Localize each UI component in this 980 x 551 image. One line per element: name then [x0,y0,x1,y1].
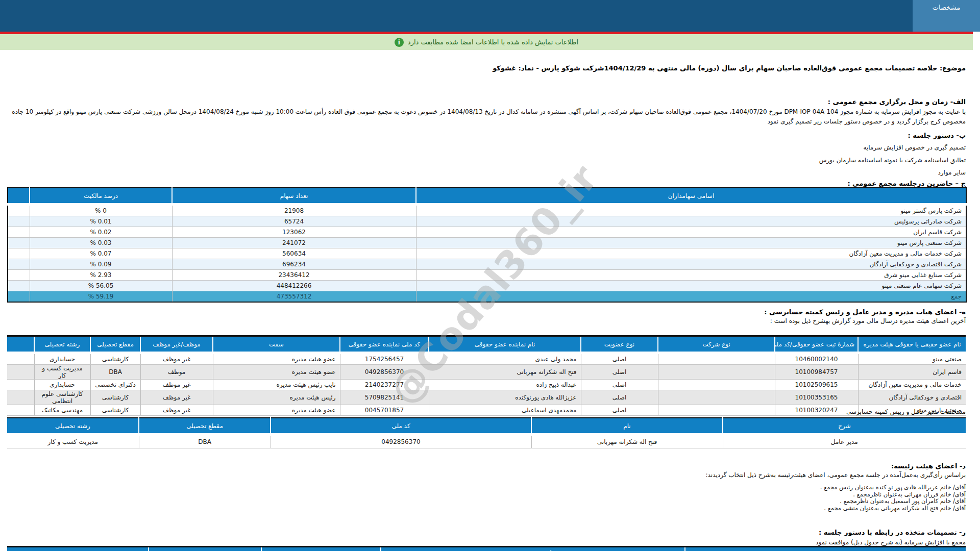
degree: کارشناسی [90,353,140,365]
field: کارشناسی علوم انتظامی [34,390,90,405]
top-navigation-bar [0,0,913,32]
tab-specifications[interactable]: مشخصات [913,0,980,32]
share-count: 696234 [172,259,416,270]
ownership-pct: % 0 [30,205,172,216]
subject-line: موضوع: خلاصه تصمیمات مجمع عمومی فوق‌العا… [7,64,966,72]
representative-id: 0492856370 [340,365,429,380]
table-row: شرکت سهامی عام صنعتی مینو448412266% 56.0… [8,281,966,291]
position: عضو هیئت مدیره [213,353,340,365]
codal-report-page: مشخصات اطلاعات نمایش داده شده با اطلاعات… [0,0,980,551]
ownership-pct: % 0.09 [30,259,172,270]
col-blank [7,336,34,353]
col-description: شرح [723,418,966,435]
table-row: اقتصادی و خودکفائی آزادگان10100353165اصل… [7,390,966,405]
table-row: شرکت پارس گستر مینو21908% 0 [8,205,966,216]
field: مدیریت کسب و کار [34,365,90,380]
share-count: 241072 [172,238,416,248]
section-d-intro: براساس رأی‌گیری به‌عمل‌آمده در جلسة مجمع… [7,471,966,479]
section-r-subtext: مجمع با افزایش سرمایه (به شرح جدول ذیل) … [7,539,966,546]
table-header-row: محل تأمین افزایش سرمایه [7,547,966,551]
section-r-heading: ر- تصمیمات متخذه در رابطه با دستور جلسه … [7,529,966,536]
shareholders-attendance-table: اسامی سهامداران تعداد سهام درصد مالکیت ش… [7,187,967,303]
section-e-heading: ه- اعضای هیات مدیره و مدیر عامل و رئیس ک… [7,308,966,316]
signature-match-text: اطلاعات نمایش داده شده با اطلاعات امضا ش… [408,38,578,46]
representative-id: 1754256457 [340,353,429,365]
ownership-pct: % 56.05 [30,281,172,291]
company-type [658,365,775,380]
field: حسابداری [34,353,90,365]
ceo-national-id: 0492856370 [271,435,531,448]
presidium-member: آقای/ خانم فتح اله شکرانه مهربانی به‌عنو… [7,505,966,512]
ceo-description: مدیر عامل [723,435,966,448]
table-row: مدیر عامل فتح اله شکرانه مهربانی 0492856… [7,435,966,448]
share-count: 21908 [172,205,416,216]
col-position: سمت [213,336,340,353]
representative-id: 5709825141 [340,390,429,405]
table-row: شرکت خدمات مالی و مدیریت معین آزادگان560… [8,248,966,259]
position: عضو هیئت مدیره [213,365,340,380]
section-a-body: با عنایت به مجوز افزایش سرمایه به شماره … [7,107,966,127]
reg-number: 10100353165 [775,390,858,405]
col-capital-5 [7,547,149,551]
col-blank [8,188,30,205]
share-count: 123062 [172,227,416,238]
info-icon[interactable]: i [395,38,404,47]
share-count: 65724 [172,216,416,227]
section-e-subtext: آخرین اعضای هیئت مدیره درسال مالی مورد گ… [7,317,966,324]
col-shareholder-names: اسامی سهامداران [416,188,966,205]
shareholder-name: شرکت صنعتی پارس مینو [416,238,966,248]
shareholder-name: شرکت صنایع غذایی مینو شرق [416,270,966,281]
table-row: شرکت صادراتی پرسوئیس65724% 0.01 [8,216,966,227]
representative: عزیزالله هادی پورنوکنده [429,390,581,405]
col-degree: مقطع تحصیلی [139,418,271,435]
representative: عبداله ذبیح زاده [429,380,581,390]
degree: کارشناسی [90,390,140,405]
membership-type: اصلی [581,353,658,365]
presidium-member: آقای/ خانم عزیزالله هادی پور نو کنده به‌… [7,484,966,491]
agenda-item: سایر موارد [7,169,966,176]
agenda-item: تصمیم گیری در خصوص افزایش سرمایه [7,144,966,151]
col-duty: موظف/غیر موظف [140,336,213,353]
col-capital-source: محل تأمین افزایش سرمایه [381,547,685,551]
col-reg-number: شمارۀ ثبت عضو حقوقی/کد ملی [775,336,858,353]
share-count: 448412266 [172,281,416,291]
tab-specifications-label: مشخصات [933,4,960,11]
member-name: صنعتی مینو [858,353,966,365]
shareholder-name: شرکت پارس گستر مینو [416,205,966,216]
reg-number: 10100984757 [775,365,858,380]
section-c-heading: ج – حاضرین درجلسه مجمع عمومی : [7,180,966,187]
duty: موظف [140,365,213,380]
ceo-table-caption: مشخصات مدیر عامل و رییس کمیته حسابرسی [7,408,966,415]
member-name: قاسم ایران [858,365,966,380]
col-membership-type: نوع عضویت [581,336,658,353]
section-a-heading: الف- زمان و محل برگزاری مجمع عمومی : [7,98,966,106]
company-type [658,353,775,365]
table-total-row: جمع473557312% 59.19 [8,291,966,303]
member-name: خدمات مالی و مدیریت معین آزادگان [858,380,966,390]
duty: غیر موظف [140,380,213,390]
ownership-pct: % 0.07 [30,248,172,259]
col-degree: مقطع تحصیلی [90,336,140,353]
company-type [658,390,775,405]
membership-type: اصلی [581,380,658,390]
col-representative: نام نماینده عضو حقوقی [429,336,581,353]
col-share-count: تعداد سهام [172,188,416,205]
capital-increase-table: محل تأمین افزایش سرمایه [7,546,966,551]
col-field: رشته تحصیلی [7,418,139,435]
duty: غیر موظف [140,353,213,365]
col-capital-1 [685,547,966,551]
shareholder-name: شرکت قاسم ایران [416,227,966,238]
table-row: شرکت قاسم ایران123062% 0.02 [8,227,966,238]
position: نایب رئیس هیئت مدیره [213,380,340,390]
share-count: 23436412 [172,270,416,281]
ceo-name: فتح اله شکرانه مهربانی [531,435,723,448]
field: حسابداری [34,380,90,390]
reg-number: 10460002140 [775,353,858,365]
ownership-pct: % 0.03 [30,238,172,248]
ownership-pct: % 0.01 [30,216,172,227]
table-row: صنعتی مینو10460002140اصلیمحمد ولی عیدی17… [7,353,966,365]
table-row: خدمات مالی و مدیریت معین آزادگان10102509… [7,380,966,390]
ownership-pct: % 0.02 [30,227,172,238]
ownership-pct: % 2.93 [30,270,172,281]
total-shares: 473557312 [172,291,416,303]
